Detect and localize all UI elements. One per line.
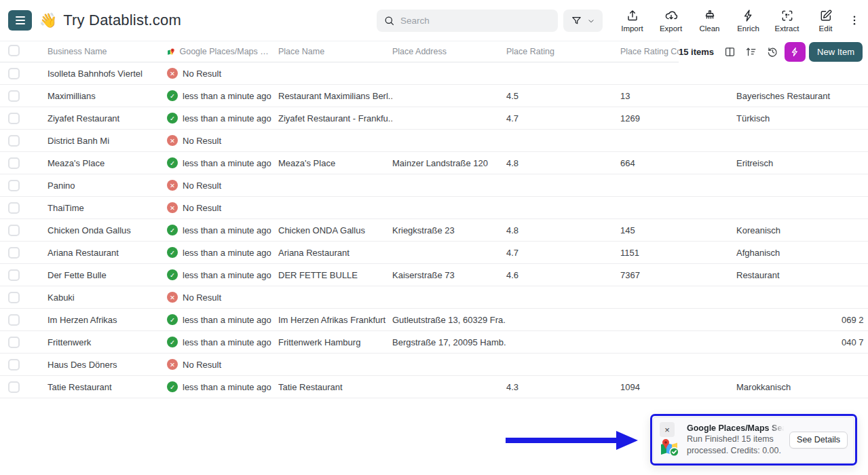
cell-place-category[interactable]: Bayerisches Restaurant: [736, 85, 842, 107]
cell-place-name[interactable]: Meaza's Place: [278, 152, 392, 174]
cell-search-status[interactable]: ✕No Result: [167, 354, 278, 375]
column-place-address[interactable]: Place Address: [392, 47, 506, 56]
row-checkbox[interactable]: [8, 247, 20, 259]
cell-business-name[interactable]: Ziyafet Restaurant: [48, 107, 167, 129]
more-options-button[interactable]: [845, 7, 864, 34]
cell-place-phone[interactable]: 040 7: [842, 331, 868, 353]
cell-place-address[interactable]: [392, 197, 506, 218]
cell-search-status[interactable]: ✓less than a minute ago: [167, 331, 278, 353]
cell-place-name[interactable]: Chicken ONDA Gallus: [278, 219, 392, 241]
cell-place-name[interactable]: Restaurant Maximilians Berl...: [278, 85, 392, 107]
cell-place-rating[interactable]: 4.8: [506, 152, 620, 174]
cell-place-phone[interactable]: [842, 197, 868, 218]
row-checkbox[interactable]: [8, 113, 20, 124]
cell-business-name[interactable]: Frittenwerk: [48, 331, 167, 353]
row-checkbox[interactable]: [8, 359, 20, 370]
row-checkbox[interactable]: [8, 157, 20, 169]
row-checkbox[interactable]: [8, 180, 20, 191]
cell-place-phone[interactable]: 069 2: [842, 309, 868, 330]
cell-business-name[interactable]: Meaza's Place: [48, 152, 167, 174]
cell-place-rating[interactable]: 4.7: [506, 107, 620, 129]
cell-place-address[interactable]: Mainzer Landstraße 120: [392, 152, 506, 174]
row-checkbox[interactable]: [8, 68, 20, 79]
cell-place-category[interactable]: Marokkanisch: [736, 376, 842, 398]
cell-place-category[interactable]: [736, 286, 842, 308]
cell-place-phone[interactable]: [842, 286, 868, 308]
cell-place-category[interactable]: Koreanisch: [736, 219, 842, 241]
search-input[interactable]: [400, 16, 551, 26]
cell-search-status[interactable]: ✓less than a minute ago: [167, 376, 278, 398]
cell-place-address[interactable]: [392, 242, 506, 263]
row-checkbox[interactable]: [8, 337, 20, 348]
cell-place-address[interactable]: [392, 107, 506, 129]
row-checkbox[interactable]: [8, 90, 20, 102]
cell-place-phone[interactable]: [842, 174, 868, 196]
cell-search-status[interactable]: ✕No Result: [167, 197, 278, 218]
cell-place-rating-count[interactable]: [620, 174, 736, 196]
cell-place-name[interactable]: [278, 62, 392, 84]
cell-search-status[interactable]: ✓less than a minute ago: [167, 309, 278, 330]
cell-place-rating-count[interactable]: 1269: [620, 107, 736, 129]
cell-place-rating[interactable]: 4.8: [506, 219, 620, 241]
cell-place-category[interactable]: [736, 331, 842, 353]
cell-place-name[interactable]: [278, 174, 392, 196]
cell-business-name[interactable]: ThaiTime: [48, 197, 167, 218]
enrich-button[interactable]: Enrich: [729, 5, 768, 36]
column-place-name[interactable]: Place Name: [278, 47, 392, 56]
cell-place-category[interactable]: [736, 62, 842, 84]
cell-place-category[interactable]: [736, 354, 842, 375]
cell-search-status[interactable]: ✕No Result: [167, 174, 278, 196]
cell-place-rating-count[interactable]: [620, 331, 736, 353]
cell-place-category[interactable]: [736, 130, 842, 151]
row-checkbox[interactable]: [8, 292, 20, 303]
row-checkbox[interactable]: [8, 225, 20, 236]
cell-place-rating[interactable]: [506, 174, 620, 196]
cell-place-category[interactable]: [736, 174, 842, 196]
cell-place-rating-count[interactable]: 145: [620, 219, 736, 241]
cell-place-rating-count[interactable]: [620, 309, 736, 330]
cell-place-name[interactable]: DER FETTE BULLE: [278, 264, 392, 286]
cell-place-name[interactable]: [278, 130, 392, 151]
toast-close-button[interactable]: ×: [660, 422, 675, 437]
cell-place-rating[interactable]: [506, 62, 620, 84]
cell-place-phone[interactable]: [842, 62, 868, 84]
cell-place-name[interactable]: [278, 354, 392, 375]
cell-place-name[interactable]: Ziyafet Restaurant - Frankfu...: [278, 107, 392, 129]
cell-place-rating[interactable]: [506, 197, 620, 218]
cell-business-name[interactable]: Chicken Onda Gallus: [48, 219, 167, 241]
cell-place-address[interactable]: [392, 354, 506, 375]
cell-place-phone[interactable]: [842, 376, 868, 398]
cell-place-address[interactable]: [392, 85, 506, 107]
cell-place-phone[interactable]: [842, 354, 868, 375]
cell-place-rating-count[interactable]: [620, 197, 736, 218]
history-button[interactable]: [763, 43, 781, 60]
columns-button[interactable]: [721, 43, 738, 60]
cell-place-category[interactable]: [736, 197, 842, 218]
cell-place-phone[interactable]: [842, 219, 868, 241]
row-checkbox[interactable]: [8, 202, 20, 214]
cell-place-name[interactable]: Tatie Restaurant: [278, 376, 392, 398]
cell-place-category[interactable]: Afghanisch: [736, 242, 842, 263]
cell-place-name[interactable]: Ariana Restaurant: [278, 242, 392, 263]
cell-place-name[interactable]: [278, 197, 392, 218]
cell-place-phone[interactable]: [842, 152, 868, 174]
cell-place-rating[interactable]: 4.6: [506, 264, 620, 286]
cell-business-name[interactable]: Im Herzen Afrikas: [48, 309, 167, 330]
cell-business-name[interactable]: Tatie Restaurant: [48, 376, 167, 398]
cell-place-category[interactable]: Restaurant: [736, 264, 842, 286]
cell-business-name[interactable]: Maximillians: [48, 85, 167, 107]
cell-place-address[interactable]: [392, 130, 506, 151]
cell-search-status[interactable]: ✕No Result: [167, 286, 278, 308]
cell-place-address[interactable]: Gutleutstraße 13, 60329 Fra...: [392, 309, 506, 330]
cell-search-status[interactable]: ✓less than a minute ago: [167, 107, 278, 129]
cell-place-address[interactable]: [392, 376, 506, 398]
cell-place-rating[interactable]: 4.7: [506, 242, 620, 263]
cell-place-category[interactable]: Türkisch: [736, 107, 842, 129]
cell-search-status[interactable]: ✕No Result: [167, 130, 278, 151]
column-business-name[interactable]: Business Name: [48, 47, 167, 56]
cell-search-status[interactable]: ✓less than a minute ago: [167, 219, 278, 241]
edit-button[interactable]: Edit: [806, 5, 845, 36]
cell-place-rating-count[interactable]: [620, 354, 736, 375]
cell-business-name[interactable]: Der Fette Bulle: [48, 264, 167, 286]
cell-place-rating[interactable]: [506, 286, 620, 308]
